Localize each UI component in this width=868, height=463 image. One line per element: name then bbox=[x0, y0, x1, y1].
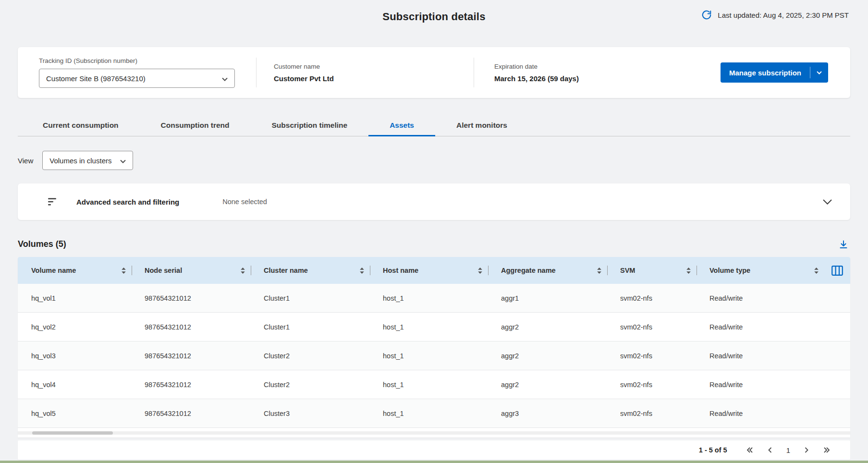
sort-icon[interactable] bbox=[596, 267, 602, 274]
last-updated-text: Last updated: Aug 4, 2025, 2:30 PM PST bbox=[718, 11, 849, 19]
volumes-heading: Volumes (5) bbox=[18, 239, 66, 249]
scrollbar-thumb[interactable] bbox=[32, 431, 113, 435]
sort-icon[interactable] bbox=[359, 267, 365, 274]
expiration-date-section: Expiration date March 15, 2026 (59 days) bbox=[474, 63, 721, 83]
tracking-id-value: Customer Site B (9876543210) bbox=[46, 74, 146, 83]
sort-icon[interactable] bbox=[813, 267, 819, 274]
expiration-date-value: March 15, 2026 (59 days) bbox=[494, 74, 721, 83]
column-header-volume-name[interactable]: Volume name bbox=[18, 257, 132, 284]
column-settings-button[interactable] bbox=[824, 266, 850, 276]
table-row[interactable]: hq_vol4987654321012Cluster2host_1aggr2sv… bbox=[18, 370, 850, 399]
customer-name-label: Customer name bbox=[274, 63, 474, 70]
table-cell: 987654321012 bbox=[132, 323, 251, 331]
sort-icon[interactable] bbox=[240, 267, 246, 274]
view-select[interactable]: Volumes in clusters bbox=[42, 151, 133, 170]
table-cell: hq_vol1 bbox=[18, 294, 132, 302]
table-cell: svm02-nfs bbox=[608, 410, 697, 417]
expand-chevron-icon[interactable] bbox=[823, 199, 832, 205]
tabs: Current consumptionConsumption trendSubs… bbox=[18, 116, 850, 136]
tracking-id-section: Tracking ID (Subscription number) Custom… bbox=[18, 57, 256, 88]
pager-controls: 1 bbox=[746, 446, 830, 454]
refresh-icon[interactable] bbox=[701, 10, 712, 20]
tracking-id-select[interactable]: Customer Site B (9876543210) bbox=[39, 69, 235, 88]
table-cell: aggr2 bbox=[489, 352, 608, 360]
advanced-search-title: Advanced search and filtering bbox=[76, 198, 179, 206]
table-cell: hq_vol5 bbox=[18, 410, 132, 417]
table-cell: host_1 bbox=[370, 323, 489, 331]
manage-subscription-button[interactable]: Manage subscription bbox=[721, 62, 828, 83]
table-cell: aggr2 bbox=[489, 381, 608, 389]
last-page-button[interactable] bbox=[823, 447, 830, 453]
table-cell: aggr3 bbox=[489, 410, 608, 417]
table-row[interactable]: hq_vol5987654321012Cluster3host_1aggr3sv… bbox=[18, 399, 850, 428]
horizontal-scrollbar[interactable] bbox=[18, 428, 850, 438]
table-row[interactable]: hq_vol1987654321012Cluster1host_1aggr1sv… bbox=[18, 284, 850, 313]
advanced-search-panel[interactable]: Advanced search and filtering None selec… bbox=[18, 183, 850, 220]
view-label: View bbox=[18, 157, 33, 165]
column-header-svm[interactable]: SVM bbox=[608, 257, 697, 284]
sort-icon[interactable] bbox=[685, 267, 692, 274]
column-label: SVM bbox=[620, 267, 635, 274]
download-icon[interactable] bbox=[839, 240, 850, 249]
chevron-down-icon[interactable] bbox=[810, 71, 828, 74]
pagination-range: 1 - 5 of 5 bbox=[699, 446, 727, 454]
manage-subscription-wrap: Manage subscription bbox=[721, 62, 850, 83]
table-cell: 987654321012 bbox=[132, 410, 251, 417]
table-cell: 987654321012 bbox=[132, 294, 251, 302]
table-cell: svm02-nfs bbox=[608, 352, 697, 360]
column-label: Volume type bbox=[709, 267, 750, 274]
scrollbar-track[interactable] bbox=[18, 431, 850, 435]
chevron-down-icon bbox=[222, 74, 228, 83]
next-page-button[interactable] bbox=[805, 447, 809, 453]
current-page[interactable]: 1 bbox=[786, 446, 790, 454]
table-cell: hq_vol4 bbox=[18, 381, 132, 389]
column-header-host-name[interactable]: Host name bbox=[370, 257, 489, 284]
table-cell: hq_vol2 bbox=[18, 323, 132, 331]
tab-alert-monitors[interactable]: Alert monitors bbox=[435, 116, 528, 136]
volumes-table: Volume nameNode serialCluster nameHost n… bbox=[18, 257, 850, 438]
table-cell: svm02-nfs bbox=[608, 294, 697, 302]
table-header: Volume nameNode serialCluster nameHost n… bbox=[18, 257, 850, 284]
page-header: Subscription details Last updated: Aug 4… bbox=[18, 0, 850, 27]
previous-page-button[interactable] bbox=[768, 447, 772, 453]
table-cell: svm02-nfs bbox=[608, 381, 697, 389]
column-label: Volume name bbox=[31, 267, 76, 274]
table-row[interactable]: hq_vol3987654321012Cluster2host_1aggr2sv… bbox=[18, 341, 850, 370]
column-label: Node serial bbox=[145, 267, 182, 274]
table-cell: host_1 bbox=[370, 294, 489, 302]
table-cell: 987654321012 bbox=[132, 352, 251, 360]
table-cell: aggr2 bbox=[489, 323, 608, 331]
expiration-date-label: Expiration date bbox=[494, 63, 721, 70]
table-cell: Cluster1 bbox=[251, 294, 370, 302]
table-cell: host_1 bbox=[370, 381, 489, 389]
filter-icon bbox=[48, 197, 58, 206]
tab-subscription-timeline[interactable]: Subscription timeline bbox=[251, 116, 369, 136]
view-row: View Volumes in clusters bbox=[18, 151, 850, 170]
column-header-volume-type[interactable]: Volume type bbox=[697, 257, 824, 284]
sort-icon[interactable] bbox=[121, 267, 127, 274]
table-row[interactable]: hq_vol2987654321012Cluster1host_1aggr2sv… bbox=[18, 313, 850, 341]
table-cell: Read/write bbox=[697, 381, 824, 389]
tab-consumption-trend[interactable]: Consumption trend bbox=[140, 116, 251, 136]
column-header-cluster-name[interactable]: Cluster name bbox=[251, 257, 370, 284]
first-page-button[interactable] bbox=[746, 447, 753, 453]
table-cell: Cluster2 bbox=[251, 381, 370, 389]
table-cell: Cluster1 bbox=[251, 323, 370, 331]
tab-current-consumption[interactable]: Current consumption bbox=[22, 116, 140, 136]
last-updated: Last updated: Aug 4, 2025, 2:30 PM PST bbox=[701, 10, 849, 20]
sort-icon[interactable] bbox=[477, 267, 483, 274]
column-header-aggregate-name[interactable]: Aggregate name bbox=[489, 257, 608, 284]
subscription-summary-card: Tracking ID (Subscription number) Custom… bbox=[18, 47, 850, 98]
table-cell: Cluster3 bbox=[251, 410, 370, 417]
table-cell: host_1 bbox=[370, 352, 489, 360]
column-label: Host name bbox=[383, 267, 418, 274]
table-cell: hq_vol3 bbox=[18, 352, 132, 360]
column-header-node-serial[interactable]: Node serial bbox=[132, 257, 251, 284]
view-select-value: Volumes in clusters bbox=[49, 157, 111, 165]
bottom-edge bbox=[0, 461, 868, 463]
tab-assets[interactable]: Assets bbox=[368, 116, 435, 136]
table-cell: Read/write bbox=[697, 294, 824, 302]
table-cell: Read/write bbox=[697, 323, 824, 331]
column-label: Cluster name bbox=[264, 267, 308, 274]
table-cell: host_1 bbox=[370, 410, 489, 417]
